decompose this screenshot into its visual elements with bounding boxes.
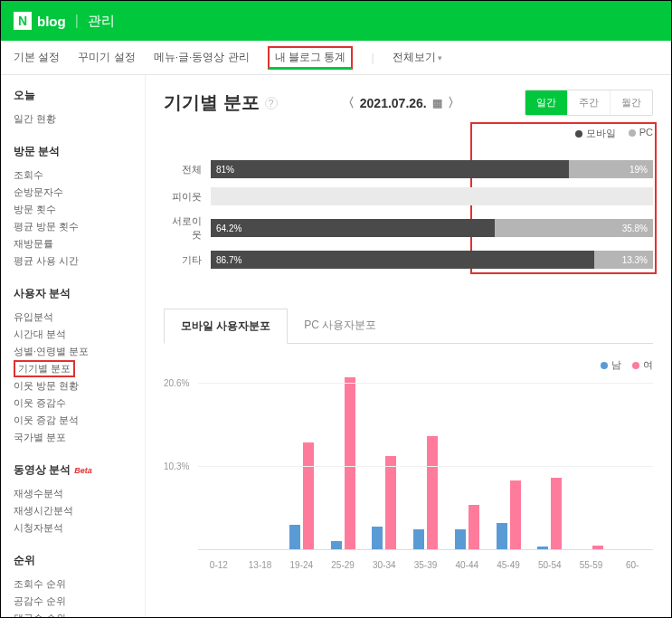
sb-item-device-dist[interactable]: 기기별 분포 [14, 360, 75, 377]
top-nav: 기본 설정 꾸미기 설정 메뉴·글·동영상 관리 내 블로그 통계 | 전체보기… [1, 41, 671, 75]
date-picker: 〈 2021.07.26. ▦ 〉 [342, 95, 460, 111]
bar-female [592, 546, 603, 549]
period-daily[interactable]: 일간 [525, 90, 567, 115]
sb-item-neighbor-visit[interactable]: 이웃 방문 현황 [14, 377, 132, 395]
header-section: 관리 [88, 13, 115, 30]
device-row-label: 전체 [164, 163, 211, 176]
device-row: 전체81%19% [164, 160, 653, 178]
legend-male: 남 [611, 359, 621, 370]
device-row: 피이웃 [164, 187, 653, 205]
bar-female [427, 436, 438, 549]
tab-mobile-users[interactable]: 모바일 사용자분포 [164, 309, 288, 344]
dot-mobile-icon [575, 130, 582, 138]
tab-pc-users[interactable]: PC 사용자분포 [288, 309, 393, 343]
device-bar: 81%19% [211, 160, 653, 178]
x-tick: 13-18 [240, 560, 281, 570]
nav-content-manage[interactable]: 메뉴·글·동영상 관리 [154, 46, 250, 69]
sb-item-avg-time[interactable]: 평균 사용 시간 [14, 252, 132, 270]
sb-item-visit-count[interactable]: 방문 횟수 [14, 201, 132, 218]
bar-female [469, 505, 479, 549]
device-row: 기타86.7%13.3% [164, 251, 653, 269]
period-toggle: 일간 주간 월간 [525, 90, 653, 116]
bar-female [385, 456, 396, 549]
header-divider: | [75, 13, 79, 29]
nav-divider: | [371, 52, 374, 64]
y-tick: 10.3% [164, 461, 189, 471]
app-header: N blog | 관리 [1, 1, 671, 41]
bar-mobile: 81% [211, 160, 569, 178]
period-monthly[interactable]: 월간 [610, 90, 652, 115]
nav-decorate-settings[interactable]: 꾸미기 설정 [78, 46, 135, 69]
logo-text: blog [37, 14, 66, 29]
sb-item-play-time[interactable]: 재생시간분석 [14, 502, 132, 519]
dot-male-icon [601, 362, 608, 369]
calendar-icon[interactable]: ▦ [432, 97, 442, 109]
sb-item-country[interactable]: 국가별 분포 [14, 429, 132, 446]
sb-item-unique-visitors[interactable]: 순방문자수 [14, 184, 132, 201]
device-row: 서로이웃64.2%35.8% [164, 214, 653, 242]
sb-title-video: 동영상 분석Beta [14, 462, 132, 478]
bar-female [510, 480, 521, 549]
sb-item-revisit[interactable]: 재방문률 [14, 235, 132, 252]
bar-pc: 13.3% [594, 251, 653, 269]
bar-group [446, 371, 487, 549]
sidebar: 오늘 일간 현황 방문 분석 조회수 순방문자수 방문 횟수 평균 방문 횟수 … [1, 75, 146, 618]
sb-item-avg-visit[interactable]: 평균 방문 횟수 [14, 218, 132, 235]
sb-title-rank: 순위 [14, 553, 132, 568]
sb-item-inflow[interactable]: 유입분석 [14, 309, 132, 326]
gender-legend: 남 여 [601, 358, 653, 372]
x-tick: 60- [611, 560, 653, 570]
sb-item-neighbor-analysis[interactable]: 이웃 증감 분석 [14, 412, 132, 429]
dot-pc-icon [629, 129, 636, 137]
bar-group [611, 371, 653, 549]
bar-male [331, 541, 342, 549]
sb-item-gender-age[interactable]: 성별·연령별 분포 [14, 343, 132, 360]
nav-view-all[interactable]: 전체보기▾ [393, 46, 442, 69]
bar-pc: 35.8% [495, 219, 653, 237]
bar-male [497, 523, 507, 549]
sb-item-daily-status[interactable]: 일간 현황 [14, 110, 132, 128]
device-row-label: 서로이웃 [164, 214, 211, 242]
device-row-label: 피이웃 [164, 190, 211, 204]
bar-male [537, 547, 548, 549]
period-weekly[interactable]: 주간 [567, 90, 610, 115]
sb-item-rank-like[interactable]: 공감수 순위 [14, 593, 132, 610]
sb-item-play-count[interactable]: 재생수분석 [14, 485, 132, 502]
y-tick: 20.6% [164, 377, 189, 387]
prev-date-icon[interactable]: 〈 [342, 95, 355, 111]
bar-group [198, 371, 240, 549]
bar-mobile: 64.2% [211, 219, 495, 237]
bar-mobile: 86.7% [211, 251, 594, 269]
x-tick: 25-29 [322, 560, 364, 570]
device-bar: 86.7%13.3% [211, 251, 653, 269]
x-tick: 45-49 [487, 560, 529, 570]
main-content: 기기별 분포 ? 〈 2021.07.26. ▦ 〉 일간 주간 월간 모바일 … [146, 75, 671, 618]
age-gender-chart: 남 여 0-1213-1819-2425-2930-3435-3940-4445… [164, 362, 653, 570]
sb-title-visit: 방문 분석 [14, 144, 132, 159]
nav-blog-stats[interactable]: 내 블로그 통계 [268, 46, 354, 70]
sb-item-neighbor-change[interactable]: 이웃 증감수 [14, 395, 132, 412]
device-bar: 64.2%35.8% [211, 219, 653, 237]
logo-icon: N [14, 12, 32, 30]
sb-item-rank-view[interactable]: 조회수 순위 [14, 575, 132, 593]
x-tick: 35-39 [405, 560, 447, 570]
sb-item-rank-comment[interactable]: 댓글수 순위 [14, 610, 132, 618]
bar-group [529, 371, 571, 549]
legend-female: 여 [643, 359, 653, 370]
bar-female [303, 442, 314, 549]
nav-basic-settings[interactable]: 기본 설정 [14, 46, 60, 69]
sb-item-viewer[interactable]: 시청자분석 [14, 519, 132, 537]
sb-title-user: 사용자 분석 [14, 286, 132, 301]
current-date: 2021.07.26. [360, 96, 427, 110]
chevron-down-icon: ▾ [438, 53, 442, 62]
bar-group [487, 371, 529, 549]
sb-item-views[interactable]: 조회수 [14, 166, 132, 184]
page-title: 기기별 분포 [164, 90, 260, 115]
help-icon[interactable]: ? [265, 97, 278, 109]
x-tick: 40-44 [446, 560, 487, 570]
sb-item-time[interactable]: 시간대 분석 [14, 326, 132, 343]
user-dist-tabs: 모바일 사용자분포 PC 사용자분포 [164, 309, 653, 344]
next-date-icon[interactable]: 〉 [448, 95, 460, 111]
device-row-label: 기타 [164, 253, 211, 267]
bar-male [413, 529, 424, 549]
